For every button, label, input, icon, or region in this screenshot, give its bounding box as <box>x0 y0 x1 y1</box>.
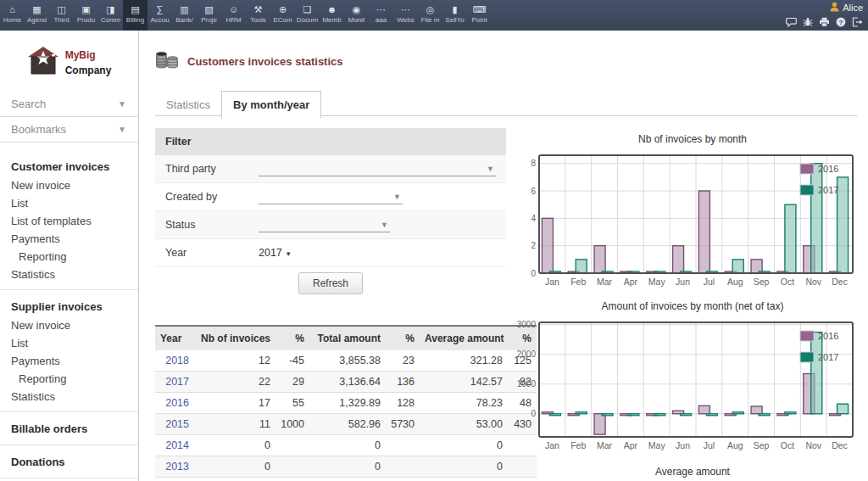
top-menu-bank[interactable]: ▥Bank/ <box>172 0 197 31</box>
logo-line1: MyBig <box>65 49 96 61</box>
user-line[interactable]: Alice <box>786 0 863 15</box>
top-menu-members[interactable]: ☻Memb <box>320 0 344 31</box>
sidebar-item-statistics[interactable]: Statistics <box>0 266 138 283</box>
company-logo[interactable]: MyBig Company <box>0 31 138 92</box>
svg-text:Nov: Nov <box>805 277 821 287</box>
tab-statistics[interactable]: Statistics <box>155 92 221 118</box>
print-icon[interactable] <box>819 17 830 27</box>
left-column: Filter Third party▼Created by▼Status▼Yea… <box>155 128 506 481</box>
logout-icon[interactable] <box>852 17 863 27</box>
year-link[interactable]: 2013 <box>165 461 189 473</box>
svg-text:May: May <box>648 277 666 287</box>
sidebar-separator <box>0 445 138 445</box>
top-menu-commerce[interactable]: ◨Comm <box>98 0 123 31</box>
chat-bubble-icon[interactable] <box>786 17 797 27</box>
year-link[interactable]: 2017 <box>165 376 189 388</box>
top-menu-module-aaa[interactable]: ⋯aaa <box>369 0 393 31</box>
year-select[interactable]: 2017 ▼ <box>259 247 292 259</box>
chart-0: 02468JanFebMarAprMayJunJulAugSepOctNovDe… <box>517 151 857 288</box>
top-menu-hrm[interactable]: ☺HRM <box>221 0 246 31</box>
sidebar-item-list-of-templates[interactable]: List of templates <box>0 212 138 230</box>
col-header-pct-4: % <box>386 326 420 350</box>
sidebar-item-payments[interactable]: Payments <box>0 230 138 248</box>
top-menu-projects[interactable]: ▧Proje <box>197 0 221 31</box>
filter-label: Third party <box>165 163 259 175</box>
average-amount-cell: 53.00 <box>420 414 508 435</box>
sidebar-item-payments[interactable]: Payments <box>0 352 138 370</box>
sidebar-item-list[interactable]: List <box>0 334 138 352</box>
year-cell: 2012 <box>155 478 194 481</box>
hrm-icon: ☺ <box>221 3 246 16</box>
tab-by-month-year[interactable]: By month/year <box>221 91 321 119</box>
top-menu-monitoring[interactable]: ◉Monit <box>344 0 369 31</box>
status-select[interactable]: ▼ <box>259 217 390 232</box>
yearly-stats-table: YearNb of invoices%Total amount%Average … <box>155 325 537 481</box>
top-menu-website[interactable]: ⋯Webs <box>393 0 418 31</box>
sidebar-item-statistics[interactable]: Statistics <box>0 388 138 405</box>
top-menu-items: ⌂Home▦Agend◫Third▣Produ◨Comm▤Billing∑Acc… <box>0 0 492 31</box>
top-menu-label: File m <box>418 16 442 24</box>
user-avatar-icon <box>830 2 839 14</box>
sidebar-section-billable-orders[interactable]: Billable orders <box>0 418 138 439</box>
sidebar-section-donations[interactable]: Donations <box>0 451 138 472</box>
average-amount-cell: 321.28 <box>420 350 508 372</box>
coins-stack-icon <box>155 51 179 72</box>
top-menu-file-manager[interactable]: ◎File m <box>418 0 442 31</box>
table-row-2018: 201812-453,855.3823321.28125 <box>155 350 537 372</box>
filter-rows: Third party▼Created by▼Status▼Year2017 ▼ <box>155 155 506 267</box>
sidebar-item-list[interactable]: List <box>0 194 138 212</box>
module-aaa-icon: ⋯ <box>369 3 393 16</box>
top-menu-sellyoursaas[interactable]: ▮SellYo <box>442 0 467 31</box>
year-link[interactable]: 2018 <box>165 355 189 366</box>
year-cell: 2016 <box>155 393 194 414</box>
sidebar-item-reporting[interactable]: Reporting <box>0 370 138 388</box>
year-link[interactable]: 2014 <box>165 439 189 451</box>
search-dropdown[interactable]: Search ▼ <box>0 92 138 117</box>
top-menu-ecommerce[interactable]: ⊕ECom <box>270 0 295 31</box>
table-row-2012: 20121040.00040.000 <box>155 478 537 481</box>
top-menu-label: Billing <box>123 16 147 24</box>
top-menu-home[interactable]: ⌂Home <box>0 0 25 31</box>
svg-text:3000: 3000 <box>517 320 536 329</box>
sidebar-section-supplier-invoices[interactable]: Supplier invoices <box>0 296 138 316</box>
user-name[interactable]: Alice <box>843 3 863 13</box>
svg-text:Jan: Jan <box>545 277 559 287</box>
col-header-total-amount: Total amount <box>309 326 386 350</box>
bug-report-icon[interactable] <box>803 17 813 27</box>
total-pct-cell: 5730 <box>386 414 420 435</box>
svg-text:6: 6 <box>531 187 536 196</box>
bookmarks-dropdown[interactable]: Bookmarks ▼ <box>0 117 138 143</box>
sidebar-section-customer-invoices[interactable]: Customer invoices <box>0 156 138 176</box>
svg-text:Mar: Mar <box>597 277 613 287</box>
sidebar-item-reporting[interactable]: Reporting <box>0 248 138 266</box>
total-pct-cell <box>386 435 420 456</box>
year-link[interactable]: 2016 <box>165 397 189 409</box>
top-menu-documents[interactable]: ❏Docum <box>295 0 320 31</box>
sidebar-item-new-invoice[interactable]: New invoice <box>0 176 138 194</box>
top-menu-accountancy[interactable]: ∑Accou <box>147 0 172 31</box>
created-by-select[interactable]: ▼ <box>259 189 403 204</box>
nb-invoices-cell: 17 <box>194 393 275 414</box>
charts-column: Nb of invoices by month02468JanFebMarApr… <box>517 128 868 481</box>
svg-text:Feb: Feb <box>570 277 586 287</box>
filter-row-year: Year2017 ▼ <box>155 239 506 267</box>
chart-title-1: Amount of invoices by month (net of tax) <box>517 300 868 312</box>
top-menu-agenda[interactable]: ▦Agend <box>25 0 49 31</box>
top-menu-third-parties[interactable]: ◫Third <box>49 0 74 31</box>
year-cell: 2017 <box>155 372 194 393</box>
svg-text:Nov: Nov <box>805 440 821 450</box>
top-menu-label: Comm <box>98 16 123 24</box>
svg-text:Dec: Dec <box>832 440 848 450</box>
refresh-button[interactable]: Refresh <box>298 272 363 294</box>
sidebar-item-new-invoice[interactable]: New invoice <box>0 316 138 334</box>
top-menu-label: SellYo <box>442 16 467 24</box>
help-icon[interactable]: ? <box>836 17 846 27</box>
third-party-select[interactable]: ▼ <box>259 161 496 176</box>
top-menu-label: Produ <box>74 16 98 24</box>
top-menu-point-of-sale[interactable]: ⌨Point <box>467 0 492 31</box>
svg-text:Aug: Aug <box>727 440 743 450</box>
top-menu-tools[interactable]: ⚒Tools <box>246 0 270 31</box>
year-link[interactable]: 2015 <box>165 418 189 430</box>
top-menu-billing[interactable]: ▤Billing <box>123 0 147 31</box>
top-menu-products[interactable]: ▣Produ <box>74 0 98 31</box>
